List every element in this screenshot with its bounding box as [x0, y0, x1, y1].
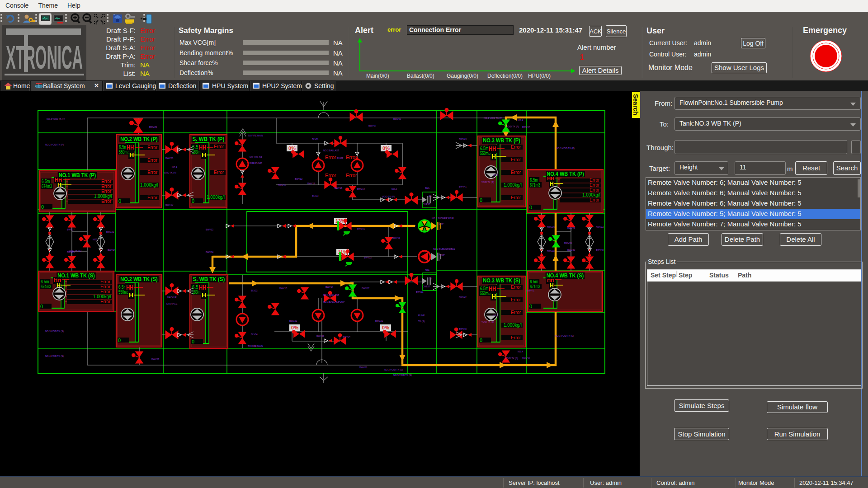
svg-text:BWV38: BWV38: [522, 357, 530, 360]
svg-text:PUMP: PUMP: [418, 314, 425, 317]
svg-text:NO.4: NO.4: [172, 166, 177, 169]
svg-text:BWV48: BWV48: [596, 249, 604, 251]
svg-text:(P): (P): [429, 195, 432, 197]
svg-text:S. WB TK (S): S. WB TK (S): [193, 276, 225, 282]
svg-text:NO.3 WB TK (P): NO.3 WB TK (P): [483, 137, 520, 144]
svg-text:0: 0: [529, 304, 532, 309]
svg-text:671m3: 671m3: [530, 182, 540, 188]
svg-text:671m3: 671m3: [530, 284, 540, 289]
svg-text:BWV40: BWV40: [459, 328, 467, 330]
svg-text:CHEST: CHEST: [423, 203, 430, 206]
svg-text:0: 0: [480, 197, 482, 203]
svg-text:1.000kg/l: 1.000kg/l: [582, 192, 600, 197]
svg-text:0: 0: [118, 198, 121, 204]
svg-text:BWV45: BWV45: [547, 226, 555, 229]
svg-text:PUMP: PUMP: [439, 253, 445, 256]
svg-text:BWV44: BWV44: [596, 226, 604, 229]
svg-text:Error: Error: [100, 289, 111, 294]
svg-text:BWV11: BWV11: [416, 291, 424, 293]
svg-text:BWV36: BWV36: [316, 334, 324, 337]
svg-text:Error: Error: [325, 155, 336, 160]
svg-text:BWV14: BWV14: [357, 188, 365, 190]
svg-text:NO.2 BALLAST: NO.2 BALLAST: [323, 149, 339, 152]
svg-text:NO.3 VOID TK (S): NO.3 VOID TK (S): [45, 330, 64, 333]
svg-text:HH: HH: [199, 283, 206, 291]
svg-text:BWV21: BWV21: [106, 230, 114, 233]
svg-text:BWV21: BWV21: [375, 319, 383, 322]
svg-text:BWV37: BWV37: [151, 358, 159, 361]
svg-text:1.000kg/l: 1.000kg/l: [93, 294, 111, 299]
svg-text:Error: Error: [147, 157, 157, 163]
svg-text:Error: Error: [147, 145, 157, 150]
svg-text:NO.4: NO.4: [518, 119, 523, 122]
svg-text:Error: Error: [325, 173, 336, 178]
svg-text:1.000kg/l: 1.000kg/l: [140, 182, 158, 188]
svg-text:NO.4 WB TK (S): NO.4 WB TK (S): [547, 272, 584, 279]
svg-text:Error: Error: [214, 144, 224, 149]
svg-text:Error: Error: [101, 184, 112, 189]
svg-text:BWV09: BWV09: [393, 117, 401, 120]
svg-text:Error: Error: [100, 284, 111, 289]
svg-text:NO.4: NO.4: [518, 350, 523, 353]
svg-text:BWV29: BWV29: [567, 227, 575, 230]
svg-text:NO.2 VOID TK (P): NO.2 VOID TK (P): [45, 143, 64, 146]
svg-text:HPU(0/0): HPU(0/0): [528, 73, 551, 79]
svg-text:NO.2 WB TK (S): NO.2 WB TK (S): [120, 276, 158, 282]
svg-text:0: 0: [41, 204, 44, 210]
svg-text:BWV34: BWV34: [206, 251, 213, 253]
svg-text:Ballast(0/0): Ballast(0/0): [407, 73, 434, 79]
svg-text:BWV16: BWV16: [335, 187, 342, 189]
svg-text:BWV24: BWV24: [108, 249, 115, 251]
svg-text:H: H: [202, 151, 206, 159]
svg-text:Error: Error: [511, 335, 521, 340]
svg-text:BWV71: BWV71: [527, 289, 534, 292]
svg-text:HH: HH: [126, 283, 133, 291]
svg-text:BWV25: BWV25: [149, 126, 157, 128]
svg-text:Gauging(0/0): Gauging(0/0): [447, 73, 478, 79]
svg-text:XTRONICA: XTRONICA: [6, 39, 83, 76]
svg-text:Error: Error: [101, 199, 112, 204]
svg-text:NO.1 WB TK (S): NO.1 WB TK (S): [57, 272, 95, 279]
svg-text:BWV01: BWV01: [357, 227, 365, 230]
svg-text:1.000kg/l: 1.000kg/l: [504, 322, 522, 328]
svg-text:NO.7: NO.7: [493, 174, 498, 177]
svg-text:NO.4 VOID TK (S): NO.4 VOID TK (S): [45, 355, 64, 357]
svg-text:BWV43: BWV43: [459, 138, 467, 141]
svg-text:BWV18: BWV18: [307, 182, 315, 185]
svg-text:BWV41: BWV41: [459, 185, 467, 188]
svg-text:TO FIRE MAIN: TO FIRE MAIN: [248, 345, 263, 347]
svg-text:BWV46: BWV46: [547, 250, 555, 253]
svg-text:Error: Error: [590, 188, 600, 192]
svg-text:Error: Error: [511, 297, 521, 302]
svg-text:VOID TK (P): VOID TK (P): [481, 181, 494, 183]
svg-text:NO2: NO2: [93, 238, 98, 241]
svg-text:BLV01: BLV01: [312, 138, 319, 141]
svg-text:Search: Search: [632, 94, 639, 115]
svg-text:Error: Error: [511, 144, 521, 150]
svg-text:HH: HH: [489, 145, 496, 152]
svg-text:NO.3 VOID TK (P): NO.3 VOID TK (P): [556, 147, 575, 150]
svg-text:Error: Error: [147, 195, 157, 200]
svg-text:Error: Error: [590, 197, 600, 202]
svg-text:BWV20: BWV20: [165, 203, 173, 206]
svg-text:BWV32: BWV32: [206, 228, 213, 231]
svg-text:BWV04: BWV04: [343, 335, 350, 338]
svg-text:BWV15: BWV15: [279, 287, 287, 290]
svg-text:VOID TK (S): VOID TK (S): [505, 357, 518, 360]
svg-text:NO.3 VOID TK (P): NO.3 VOID TK (P): [47, 117, 65, 120]
svg-text:H: H: [202, 291, 206, 299]
svg-text:BWV05: BWV05: [564, 242, 572, 244]
svg-text:PUMP: PUMP: [337, 157, 344, 160]
svg-text:VOID TK (S): VOID TK (S): [481, 320, 494, 323]
svg-text:HH: HH: [489, 285, 496, 292]
svg-text:Error: Error: [590, 183, 600, 188]
svg-text:Error: Error: [147, 169, 157, 175]
svg-text:0: 0: [480, 338, 482, 343]
svg-text:Error: Error: [100, 299, 111, 304]
svg-text:1.000kg/l: 1.000kg/l: [207, 194, 225, 200]
svg-text:BWV22: BWV22: [289, 319, 297, 322]
svg-text:NO.3 BALLAST: NO.3 BALLAST: [323, 300, 339, 303]
svg-text:Error: Error: [590, 178, 600, 183]
svg-text:BWV07: BWV07: [368, 124, 376, 127]
svg-text:(S): (S): [429, 277, 432, 280]
